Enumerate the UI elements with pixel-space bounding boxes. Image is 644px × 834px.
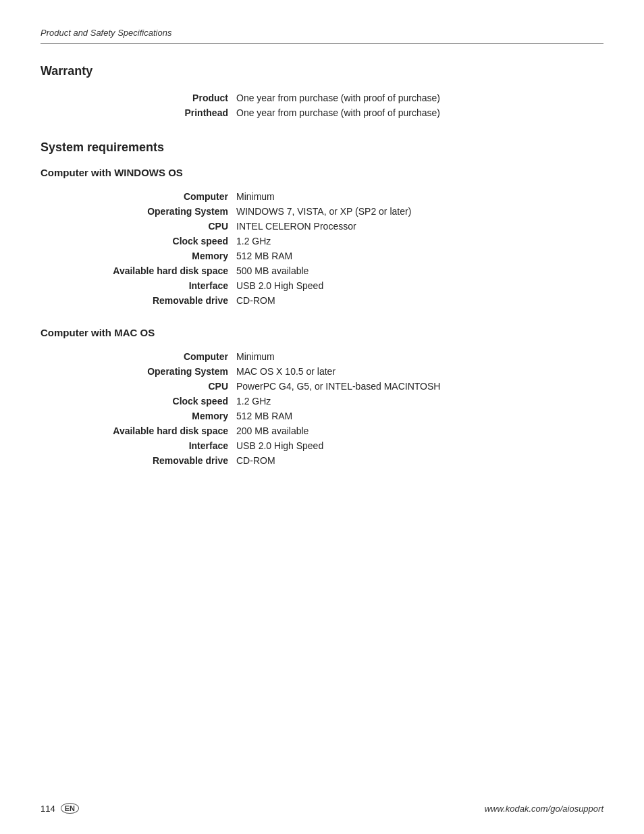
mac-spec-row: Removable drive CD-ROM [41,453,603,468]
page-number: 114 [41,804,55,814]
spec-label: Interface [41,438,236,453]
windows-spec-table: Computer Minimum Operating System WINDOW… [41,189,603,308]
mac-col-label: Computer [41,349,236,364]
mac-spec-row: CPU PowerPC G4, G5, or INTEL-based MACIN… [41,379,603,394]
spec-label: Available hard disk space [41,423,236,438]
mac-spec-row: Operating System MAC OS X 10.5 or later [41,364,603,379]
windows-spec-row: Operating System WINDOWS 7, VISTA, or XP… [41,204,603,219]
footer-url: www.kodak.com/go/aiosupport [485,804,603,814]
windows-spec-row: Clock speed 1.2 GHz [41,234,603,249]
warranty-title: Warranty [41,64,603,78]
spec-value: CD-ROM [236,453,603,468]
warranty-label: Printhead [41,105,236,120]
spec-value: PowerPC G4, G5, or INTEL-based MACINTOSH [236,379,603,394]
spec-value: INTEL CELERON Processor [236,219,603,234]
windows-spec-row: Available hard disk space 500 MB availab… [41,263,603,278]
spec-label: Memory [41,249,236,263]
mac-spec-row: Memory 512 MB RAM [41,409,603,423]
spec-label: CPU [41,379,236,394]
page-container: Product and Safety Specifications Warran… [0,0,644,834]
mac-spec-row: Interface USB 2.0 High Speed [41,438,603,453]
mac-spec-table: Computer Minimum Operating System MAC OS… [41,349,603,468]
warranty-row: Printhead One year from purchase (with p… [41,105,603,120]
mac-subtitle: Computer with MAC OS [41,327,603,338]
spec-value: 1.2 GHz [236,394,603,409]
mac-column-header: Computer Minimum [41,349,603,364]
page-footer: 114 EN www.kodak.com/go/aiosupport [41,803,603,814]
windows-column-header: Computer Minimum [41,189,603,204]
spec-value: CD-ROM [236,293,603,308]
windows-spec-row: Memory 512 MB RAM [41,249,603,263]
windows-section: Computer with WINDOWS OS Computer Minimu… [41,167,603,308]
spec-value: 500 MB available [236,263,603,278]
spec-value: 200 MB available [236,423,603,438]
windows-spec-row: Removable drive CD-ROM [41,293,603,308]
spec-value: WINDOWS 7, VISTA, or XP (SP2 or later) [236,204,603,219]
spec-label: Memory [41,409,236,423]
system-requirements-title: System requirements [41,140,603,155]
spec-label: Clock speed [41,234,236,249]
page-header: Product and Safety Specifications [41,27,603,44]
windows-col-label: Computer [41,189,236,204]
system-requirements-section: System requirements Computer with WINDOW… [41,140,603,468]
page-header-text: Product and Safety Specifications [41,28,171,38]
spec-label: Operating System [41,364,236,379]
spec-label: CPU [41,219,236,234]
spec-label: Clock speed [41,394,236,409]
spec-label: Available hard disk space [41,263,236,278]
spec-value: 1.2 GHz [236,234,603,249]
windows-subtitle: Computer with WINDOWS OS [41,167,603,178]
spec-label: Interface [41,278,236,293]
warranty-value: One year from purchase (with proof of pu… [236,105,603,120]
mac-spec-row: Available hard disk space 200 MB availab… [41,423,603,438]
windows-spec-row: CPU INTEL CELERON Processor [41,219,603,234]
spec-value: MAC OS X 10.5 or later [236,364,603,379]
spec-value: 512 MB RAM [236,249,603,263]
mac-spec-row: Clock speed 1.2 GHz [41,394,603,409]
windows-col-value: Minimum [236,189,603,204]
warranty-table: Product One year from purchase (with pro… [41,90,603,120]
spec-value: USB 2.0 High Speed [236,278,603,293]
spec-value: USB 2.0 High Speed [236,438,603,453]
warranty-value: One year from purchase (with proof of pu… [236,90,603,105]
warranty-section: Warranty Product One year from purchase … [41,64,603,120]
spec-label: Operating System [41,204,236,219]
mac-col-value: Minimum [236,349,603,364]
warranty-row: Product One year from purchase (with pro… [41,90,603,105]
mac-section: Computer with MAC OS Computer Minimum Op… [41,327,603,468]
spec-label: Removable drive [41,453,236,468]
spec-value: 512 MB RAM [236,409,603,423]
footer-left: 114 EN [41,803,79,814]
windows-spec-row: Interface USB 2.0 High Speed [41,278,603,293]
en-badge: EN [61,803,79,814]
warranty-label: Product [41,90,236,105]
spec-label: Removable drive [41,293,236,308]
